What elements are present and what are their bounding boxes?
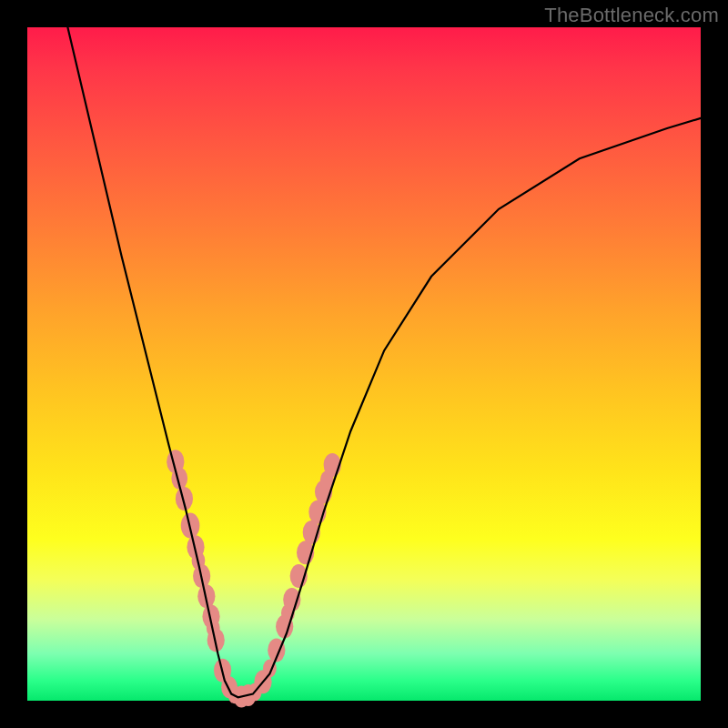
chart-svg xyxy=(27,27,701,701)
plot-area xyxy=(27,27,701,701)
outer-frame: TheBottleneck.com xyxy=(0,0,728,728)
cluster-dots-group xyxy=(167,450,341,707)
watermark-text: TheBottleneck.com xyxy=(544,4,719,27)
bottleneck-curve xyxy=(67,27,701,697)
